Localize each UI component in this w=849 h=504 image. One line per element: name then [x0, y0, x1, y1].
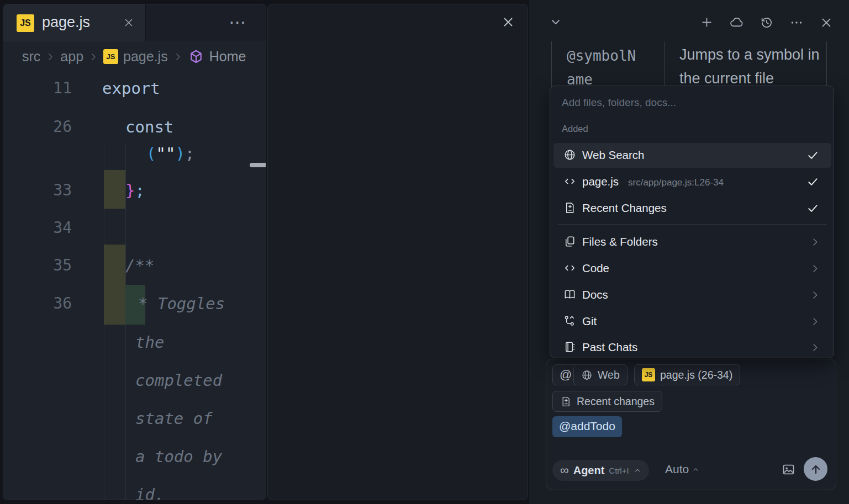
chevron-right-icon — [810, 237, 820, 247]
git-branch-icon — [563, 315, 576, 327]
editor-group-empty — [267, 4, 528, 500]
table-border — [665, 41, 665, 87]
sash-drag-handle[interactable] — [250, 163, 266, 167]
history-icon[interactable] — [760, 15, 774, 30]
javascript-file-icon: JS — [103, 49, 118, 64]
code-line-wrap: the — [3, 329, 266, 356]
close-tab-icon[interactable] — [123, 17, 135, 29]
line-number: 33 — [3, 177, 72, 204]
globe-icon — [563, 148, 576, 161]
symbol-cube-icon — [188, 49, 204, 65]
symbol-command: @symbolName — [567, 44, 640, 92]
code-line-wrap: state of — [3, 405, 266, 432]
more-actions-icon[interactable]: ⋯ — [229, 12, 247, 33]
code-file-icon — [563, 175, 576, 188]
code-line: 35 /** — [3, 252, 266, 279]
check-icon — [806, 176, 819, 188]
diff-file-icon — [560, 396, 572, 407]
at-icon: @ — [560, 368, 572, 382]
code-line: 11 export — [3, 75, 266, 102]
notebook-icon — [563, 341, 576, 353]
chevron-right-icon — [810, 290, 820, 300]
chevron-up-icon — [692, 466, 699, 473]
tab-title: page.js — [42, 14, 90, 31]
chevron-down-icon[interactable] — [549, 15, 562, 29]
symbol-description: Jumps to a symbol in the current file — [679, 43, 827, 91]
infinity-icon: ∞ — [560, 464, 569, 476]
web-context-chip[interactable]: Web — [573, 364, 627, 385]
code-line-wrap: completed — [3, 367, 266, 394]
context-search-input[interactable]: Add files, folders, docs... — [562, 97, 676, 109]
breadcrumb-file[interactable]: page.js — [123, 49, 168, 65]
attach-image-button[interactable] — [781, 462, 796, 477]
menu-item-git[interactable]: Git — [553, 309, 831, 334]
close-panel-icon[interactable] — [819, 15, 834, 30]
panel-actions — [700, 15, 834, 30]
chevron-right-icon — [45, 52, 55, 62]
more-actions-icon[interactable] — [789, 15, 804, 30]
menu-divider — [558, 224, 827, 225]
cloud-icon[interactable] — [729, 15, 744, 30]
line-number: 11 — [3, 75, 72, 102]
menu-item-recent-changes[interactable]: Recent Changes — [553, 196, 831, 221]
line-number: 26 — [3, 114, 72, 140]
check-icon — [806, 149, 819, 162]
code-editor[interactable]: 11 export 26 const (""); 33 }; 34 35 /**… — [3, 72, 266, 500]
code-icon — [563, 262, 576, 274]
editor-group-left: JS page.js ⋯ src app JS page.js Home — [3, 4, 266, 500]
breadcrumb-src[interactable]: src — [22, 49, 40, 65]
chat-panel: @symbolName Jumps to a symbol in the cur… — [529, 0, 849, 504]
chevron-up-icon — [634, 466, 641, 474]
chevron-right-icon — [810, 316, 820, 327]
line-number: 34 — [3, 215, 72, 241]
chevron-right-icon — [173, 52, 183, 62]
line-number: 36 — [3, 290, 72, 317]
keyboard-shortcut: Ctrl+I — [609, 466, 629, 475]
javascript-file-icon: JS — [17, 14, 34, 32]
menu-item-docs[interactable]: Docs — [553, 283, 831, 307]
model-selector[interactable]: Auto — [665, 463, 699, 476]
menu-item-files-folders[interactable]: Files & Folders — [553, 230, 831, 254]
menu-item-past-chats[interactable]: Past Chats — [553, 335, 831, 360]
tab-bar: JS page.js ⋯ — [3, 4, 266, 41]
file-path: src/app/page.js:L26-34 — [628, 177, 724, 188]
breadcrumb-symbol-home[interactable]: Home — [209, 49, 246, 65]
globe-icon — [581, 369, 593, 381]
menu-item-web-search[interactable]: Web Search — [553, 143, 831, 168]
table-border — [551, 41, 552, 87]
code-line-wrap: (""); — [3, 140, 266, 167]
menu-item-code[interactable]: Code — [553, 256, 831, 281]
code-line: 26 const — [3, 114, 266, 140]
mode-selector[interactable]: ∞ Agent Ctrl+I — [552, 460, 649, 481]
breadcrumb: src app JS page.js Home — [3, 41, 266, 72]
breadcrumb-app[interactable]: app — [60, 49, 83, 65]
line-number: 35 — [3, 252, 72, 279]
check-icon — [806, 202, 819, 215]
code-line-wrap: a todo by — [3, 443, 266, 470]
send-button[interactable] — [804, 457, 827, 481]
section-header-added: Added — [562, 124, 588, 134]
context-dropdown: Add files, folders, docs... Added Web Se… — [550, 86, 834, 358]
files-folders-icon — [563, 235, 576, 248]
menu-item-page-js[interactable]: page.js src/app/page.js:L26-34 — [553, 169, 831, 194]
code-line: 34 — [3, 215, 266, 241]
code-line: 33 }; — [3, 177, 266, 204]
diff-file-icon — [563, 201, 576, 214]
chat-input-box[interactable]: @ Web JS page.js (26-34) Recent changes … — [546, 359, 836, 490]
mention-token[interactable]: @addTodo — [552, 416, 622, 437]
chevron-right-icon — [810, 342, 820, 353]
book-icon — [563, 288, 576, 301]
chevron-right-icon — [810, 263, 820, 274]
javascript-file-icon: JS — [642, 368, 655, 381]
code-line-wrap: id. — [3, 481, 266, 500]
recent-changes-chip[interactable]: Recent changes — [552, 391, 662, 412]
chevron-right-icon — [88, 52, 98, 62]
new-chat-icon[interactable] — [700, 15, 714, 29]
code-line: 36 * Toggles — [3, 290, 266, 317]
tab-page-js[interactable]: JS page.js — [3, 4, 146, 41]
file-context-chip[interactable]: JS page.js (26-34) — [634, 364, 740, 385]
close-group-icon[interactable] — [501, 15, 515, 29]
